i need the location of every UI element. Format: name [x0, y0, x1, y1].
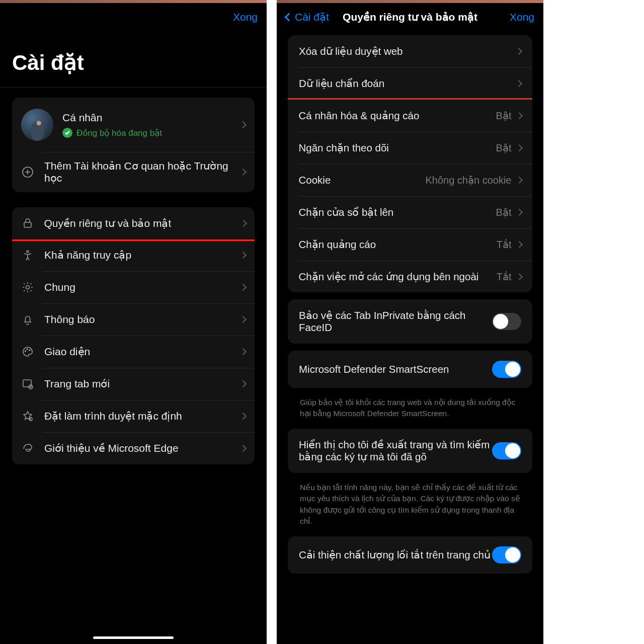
- notifications-label: Thông báo: [44, 313, 240, 326]
- default-row[interactable]: Đặt làm trình duyệt mặc định: [12, 400, 255, 432]
- default-label: Đặt làm trình duyệt mặc định: [44, 410, 240, 422]
- svg-rect-1: [24, 222, 31, 227]
- ads-value: Tắt: [497, 238, 512, 251]
- privacy-row[interactable]: Quyền riêng tư và bảo mật: [12, 207, 255, 239]
- svg-point-5: [27, 349, 28, 350]
- privacy-screen: Cài đặt Quyền riêng tư và bảo mật Xong X…: [277, 0, 543, 644]
- chevron-right-icon: [239, 445, 247, 452]
- ads-row[interactable]: Chặn quảng cáo Tắt: [288, 228, 532, 261]
- popups-value: Bật: [496, 206, 512, 218]
- inprivate-toggle[interactable]: [492, 313, 521, 330]
- tracking-label: Ngăn chặn theo dõi: [299, 142, 496, 154]
- smartscreen-card: Microsoft Defender SmartScreen: [288, 351, 532, 388]
- chevron-right-icon: [515, 112, 522, 119]
- sync-status: Đồng bộ hóa đang bật: [76, 128, 162, 138]
- popups-row[interactable]: Chặn cửa sổ bật lên Bật: [288, 196, 532, 228]
- chevron-right-icon: [239, 121, 247, 128]
- chevron-right-icon: [239, 348, 247, 355]
- external-apps-label: Chặn việc mở các ứng dụng bên ngoài: [299, 271, 497, 283]
- smartscreen-label: Microsoft Defender SmartScreen: [299, 363, 492, 375]
- smartscreen-row[interactable]: Microsoft Defender SmartScreen: [288, 351, 532, 388]
- shortcut-label: Cải thiện chất lượng lối tắt trên trang …: [299, 549, 492, 561]
- nav-bar: Cài đặt Quyền riêng tư và bảo mật Xong: [277, 3, 543, 29]
- chevron-right-icon: [515, 273, 522, 280]
- done-button[interactable]: Xong: [510, 11, 534, 23]
- newtab-row[interactable]: Trang tab mới: [12, 368, 255, 400]
- edge-icon: [21, 442, 34, 455]
- chevron-right-icon: [239, 380, 247, 387]
- personalization-value: Bật: [496, 110, 512, 122]
- gear-icon: [21, 281, 34, 294]
- chevron-right-icon: [239, 252, 247, 259]
- clear-data-label: Xóa dữ liệu duyệt web: [299, 45, 516, 57]
- tracking-row[interactable]: Ngăn chặn theo dõi Bật: [288, 132, 532, 164]
- privacy-label: Quyền riêng tư và bảo mật: [44, 217, 241, 229]
- chevron-right-icon: [239, 316, 247, 323]
- svg-point-3: [26, 286, 30, 289]
- shortcut-toggle[interactable]: [492, 546, 521, 564]
- star-gear-icon: [21, 410, 34, 423]
- clear-data-row[interactable]: Xóa dữ liệu duyệt web: [288, 35, 532, 67]
- external-apps-value: Tắt: [497, 271, 512, 283]
- personalization-row[interactable]: Cá nhân hóa & quảng cáo Bật: [288, 100, 532, 132]
- chevron-right-icon: [239, 219, 247, 226]
- personalization-label: Cá nhân hóa & quảng cáo: [299, 110, 496, 122]
- chevron-right-icon: [515, 176, 522, 183]
- appearance-row[interactable]: Giao diện: [12, 336, 255, 368]
- cookie-value: Không chặn cookie: [425, 174, 511, 186]
- back-button[interactable]: Cài đặt: [286, 11, 329, 23]
- inprivate-label: Bảo vệ các Tab InPrivate bằng cách FaceI…: [299, 309, 492, 334]
- privacy-list: Xóa dữ liệu duyệt web Dữ liệu chẩn đoán …: [288, 35, 532, 292]
- chevron-right-icon: [239, 284, 247, 291]
- about-row[interactable]: Giới thiệu về Microsoft Edge: [12, 432, 255, 464]
- external-apps-row[interactable]: Chặn việc mở các ứng dụng bên ngoài Tắt: [288, 261, 532, 293]
- done-button[interactable]: Xong: [233, 11, 258, 23]
- suggestions-row[interactable]: Hiển thị cho tôi đề xuất trang và tìm ki…: [288, 429, 532, 473]
- lock-icon: [21, 217, 34, 230]
- cookie-row[interactable]: Cookie Không chặn cookie: [288, 164, 532, 196]
- add-account-label: Thêm Tài khoản Cơ quan hoặc Trường học: [44, 160, 240, 184]
- profile-name: Cá nhân: [62, 112, 240, 124]
- notifications-row[interactable]: Thông báo: [12, 303, 255, 336]
- diagnostics-label: Dữ liệu chẩn đoán: [299, 77, 516, 90]
- home-indicator: [93, 636, 174, 639]
- general-row[interactable]: Chung: [12, 271, 255, 303]
- chevron-right-icon: [515, 80, 522, 87]
- svg-rect-7: [23, 380, 31, 387]
- about-label: Giới thiệu về Microsoft Edge: [44, 442, 240, 454]
- chevron-right-icon: [239, 169, 247, 176]
- plus-icon: [21, 166, 34, 179]
- svg-point-4: [25, 351, 26, 352]
- page-title: Quyền riêng tư và bảo mật: [343, 11, 477, 23]
- diagnostics-row[interactable]: Dữ liệu chẩn đoán: [288, 67, 532, 100]
- shortcut-row[interactable]: Cải thiện chất lượng lối tắt trên trang …: [288, 536, 532, 574]
- svg-point-2: [27, 251, 29, 253]
- palette-icon: [21, 345, 34, 358]
- profile-row[interactable]: Cá nhân Đồng bộ hóa đang bật: [12, 98, 255, 152]
- account-card: Cá nhân Đồng bộ hóa đang bật Thêm Tài kh…: [12, 98, 255, 192]
- chevron-right-icon: [515, 240, 522, 248]
- inprivate-card: Bảo vệ các Tab InPrivate bằng cách FaceI…: [288, 299, 532, 344]
- nav-bar: Xong: [0, 3, 267, 29]
- popups-label: Chặn cửa sổ bật lên: [299, 206, 496, 218]
- appearance-label: Giao diện: [44, 346, 240, 358]
- suggestions-help: Nếu bạn tắt tính năng này, bạn sẽ chỉ th…: [288, 480, 532, 536]
- accessibility-label: Khả năng truy cập: [44, 249, 240, 261]
- inprivate-row[interactable]: Bảo vệ các Tab InPrivate bằng cách FaceI…: [288, 299, 532, 344]
- suggestions-toggle[interactable]: [492, 442, 521, 459]
- page-title: Cài đặt: [0, 29, 267, 87]
- settings-list: Quyền riêng tư và bảo mật Khả năng truy …: [12, 207, 255, 464]
- ads-label: Chặn quảng cáo: [299, 238, 497, 251]
- add-account-row[interactable]: Thêm Tài khoản Cơ quan hoặc Trường học: [12, 152, 255, 192]
- chevron-left-icon: [285, 13, 293, 22]
- bell-icon: [21, 313, 34, 326]
- shortcut-card: Cải thiện chất lượng lối tắt trên trang …: [288, 536, 532, 574]
- check-icon: [62, 128, 72, 138]
- accessibility-row[interactable]: Khả năng truy cập: [12, 239, 255, 271]
- accessibility-icon: [21, 249, 34, 262]
- suggestions-card: Hiển thị cho tôi đề xuất trang và tìm ki…: [288, 429, 532, 473]
- chevron-right-icon: [515, 144, 522, 151]
- smartscreen-help: Giúp bảo vệ tôi khỏi các trang web và nộ…: [288, 395, 532, 429]
- settings-screen: Xong Cài đặt Cá nhân Đồng bộ hóa đang bậ…: [0, 0, 267, 644]
- smartscreen-toggle[interactable]: [492, 361, 521, 378]
